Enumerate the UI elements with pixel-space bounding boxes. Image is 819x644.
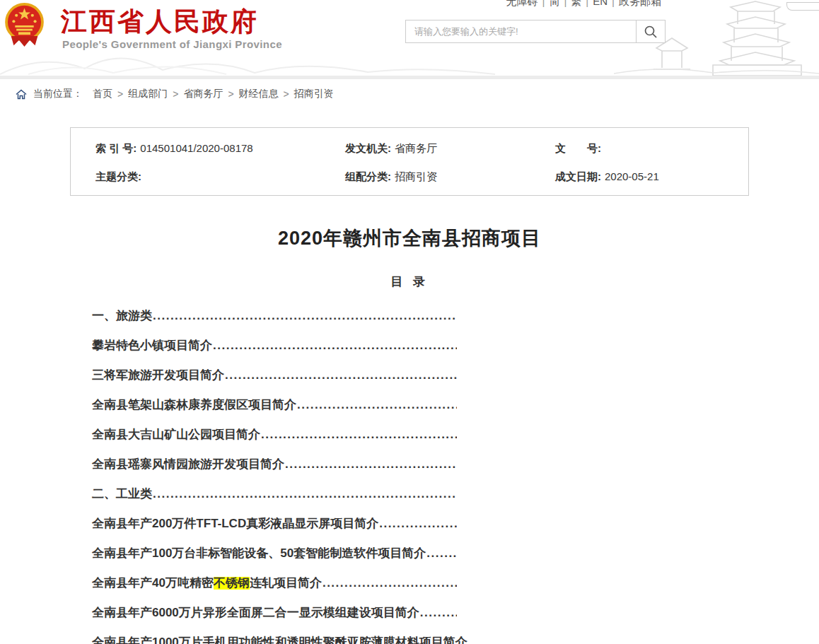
toc-item: 全南县年产6000万片异形全面屏二合一显示模组建设项目简介...........… — [92, 607, 457, 619]
link-english[interactable]: EN — [588, 0, 612, 7]
document-meta-table: 索 引 号:014501041/2020-08178 发文机关:省商务厅 文 号… — [70, 127, 749, 196]
breadcrumb-departments[interactable]: 组成部门 — [128, 88, 168, 100]
leader-dots: ........................................… — [153, 310, 457, 322]
toc-item: 全南县大吉山矿山公园项目简介..........................… — [92, 428, 457, 441]
meta-topic-category: 主题分类: — [71, 170, 345, 184]
leader-dots: ........................................… — [153, 488, 457, 500]
breadcrumb-finance-info[interactable]: 财经信息 — [239, 88, 279, 100]
meta-doc-number: 文 号: — [555, 142, 750, 156]
table-of-contents: 一、旅游类...................................… — [92, 310, 457, 644]
leader-dots: ........................................… — [420, 607, 457, 619]
toc-item: 一、旅游类...................................… — [92, 310, 457, 322]
meta-index-no: 索 引 号:014501041/2020-08178 — [71, 142, 345, 156]
link-accessibility[interactable]: 无障碍 — [502, 0, 542, 7]
leader-dots: ........................................… — [285, 458, 457, 471]
leader-dots: ........................................… — [261, 428, 457, 441]
leader-dots: ........................................… — [297, 399, 457, 411]
toc-heading: 目 录 — [0, 274, 819, 290]
document-title: 2020年赣州市全南县招商项目 — [0, 226, 819, 251]
meta-issuing-org: 发文机关:省商务厅 — [345, 142, 555, 156]
meta-group-category: 组配分类:招商引资 — [345, 170, 555, 184]
national-emblem-icon — [4, 1, 45, 48]
leader-dots: ........................................… — [426, 547, 457, 560]
breadcrumb-label: 当前位置： — [33, 88, 83, 100]
breadcrumb-separator: > — [112, 88, 128, 100]
toc-item: 全南县年产100万台非标智能设备、50套智能制造软件项目简介..........… — [92, 547, 457, 560]
toc-item: 全南县年产200万件TFT-LCD真彩液晶显示屏项目简介............… — [92, 517, 457, 530]
toc-item: 三将军旅游开发项目简介.............................… — [92, 369, 457, 382]
toc-item: 二、工业类...................................… — [92, 488, 457, 500]
toc-item: 全南县年产1000万片手机用功能性和透明性聚酰亚胺薄膜材料项目简介.......… — [92, 636, 457, 644]
leader-dots: ........................................… — [323, 577, 457, 590]
breadcrumb-separator: > — [279, 88, 294, 100]
search-bar — [405, 20, 666, 43]
breadcrumb: 当前位置： 首页 > 组成部门 > 省商务厅 > 财经信息 > 招商引资 — [0, 79, 819, 109]
leader-dots: ........................................… — [213, 339, 457, 352]
home-icon[interactable] — [16, 89, 27, 100]
toc-item: 全南县瑶寨风情园旅游开发项目简介........................… — [92, 458, 457, 471]
breadcrumb-commerce-dept[interactable]: 省商务厅 — [183, 88, 223, 100]
toc-item-highlighted: 全南县年产40万吨精密不锈钢连轧项目简介....................… — [92, 577, 457, 590]
corner-widget — [786, 2, 819, 11]
site-logo[interactable] — [4, 1, 45, 48]
breadcrumb-investment[interactable]: 招商引资 — [294, 88, 334, 100]
breadcrumb-separator: > — [223, 88, 238, 100]
link-traditional[interactable]: 繁 — [567, 0, 586, 7]
search-icon — [644, 25, 658, 39]
site-title: 江西省人民政府 — [61, 4, 259, 40]
breadcrumb-home[interactable]: 首页 — [93, 88, 112, 100]
search-button[interactable] — [636, 20, 666, 43]
breadcrumb-separator: > — [168, 88, 183, 100]
leader-dots: ........................................… — [379, 517, 457, 530]
search-highlight: 不锈钢 — [214, 577, 250, 590]
search-input[interactable] — [405, 20, 637, 43]
leader-dots: ........................................… — [225, 369, 457, 382]
site-subtitle: People's Government of Jiangxi Province — [62, 38, 282, 50]
toc-item: 攀岩特色小镇项目简介..............................… — [92, 339, 457, 352]
link-gov-mail[interactable]: 政务邮箱 — [615, 0, 666, 7]
link-simplified[interactable]: 简 — [545, 0, 564, 7]
toc-item: 全南县笔架山森林康养度假区项目简介.......................… — [92, 399, 457, 411]
meta-issue-date: 成文日期:2020-05-21 — [555, 170, 750, 184]
site-header: 江西省人民政府 People's Government of Jiangxi P… — [0, 0, 819, 76]
top-utility-links: 无障碍|简|繁|EN|政务邮箱 — [502, 0, 666, 8]
